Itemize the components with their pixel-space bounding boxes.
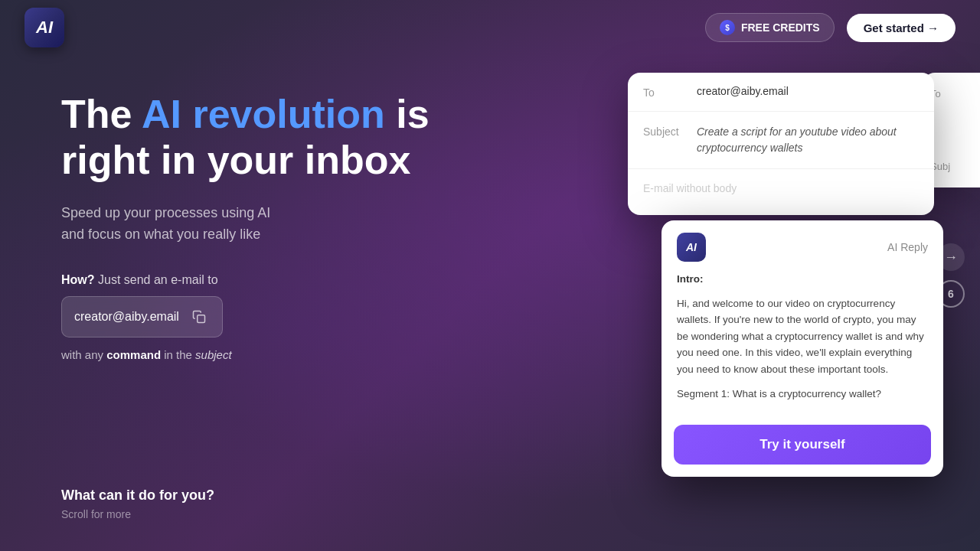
partial-to-label: To — [930, 88, 976, 99]
header: AI $ FREE CREDITS Get started → — [0, 0, 980, 55]
header-actions: $ FREE CREDITS Get started → — [705, 13, 956, 42]
copy-icon[interactable] — [188, 306, 210, 328]
free-credits-button[interactable]: $ FREE CREDITS — [705, 13, 835, 42]
ai-reply-card: AI AI Reply Intro: Hi, and welcome to ou… — [662, 220, 943, 477]
coin-icon: $ — [720, 20, 735, 35]
ai-content-text: Hi, and welcome to our video on cryptocu… — [677, 295, 928, 378]
get-started-button[interactable]: Get started → — [847, 14, 956, 42]
compose-to-label: To — [643, 85, 697, 99]
ai-intro-label: Intro: — [677, 271, 928, 288]
get-started-label: Get started → — [864, 21, 939, 34]
compose-body-placeholder: E-mail without body — [643, 182, 737, 194]
hero-title-part1: The — [61, 92, 142, 136]
nav-controls: → 6 — [937, 243, 965, 308]
compose-subject-row: Subject Create a script for an youtube v… — [628, 112, 934, 169]
ai-reply-content: Intro: Hi, and welcome to our video on c… — [662, 271, 943, 422]
hero-section: The AI revolution isright in your inbox … — [61, 92, 430, 361]
compose-subject-label: Subject — [643, 124, 697, 138]
try-it-yourself-button[interactable]: Try it yourself — [674, 425, 931, 465]
email-box: creator@aiby.email — [61, 296, 223, 337]
bottom-section: What can it do for you? Scroll for more — [61, 487, 214, 520]
compose-subject-value: Create a script for an youtube video abo… — [697, 124, 919, 156]
how-description: Just send an e-mail to — [98, 273, 218, 286]
svg-rect-0 — [198, 315, 205, 323]
what-title: What can it do for you? — [61, 487, 214, 504]
how-section: How? Just send an e-mail to creator@aiby… — [61, 273, 430, 361]
how-label: How? Just send an e-mail to — [61, 273, 430, 287]
hero-title: The AI revolution isright in your inbox — [61, 92, 430, 184]
hero-subtitle-line1: Speed up your processes using AI — [61, 205, 270, 220]
scroll-text: Scroll for more — [61, 508, 214, 520]
compose-to-row: To creator@aiby.email — [628, 73, 934, 112]
partial-subject-label: Subj — [930, 161, 976, 172]
ai-reply-label: AI Reply — [887, 241, 928, 253]
step-indicator: 6 — [937, 280, 965, 308]
ai-avatar: AI — [677, 233, 706, 262]
email-text: creator@aiby.email — [74, 310, 179, 324]
hero-subtitle-line2: and focus on what you really like — [61, 227, 260, 242]
with-text: with any command in the subject — [61, 348, 430, 361]
compose-body-row[interactable]: E-mail without body — [628, 169, 934, 215]
free-credits-label: FREE CREDITS — [741, 21, 820, 34]
ai-reply-header: AI AI Reply — [662, 220, 943, 271]
logo: AI — [24, 8, 64, 47]
ai-segment-label: Segment 1: What is a cryptocurrency wall… — [677, 386, 928, 403]
hero-subtitle: Speed up your processes using AI and foc… — [61, 202, 430, 246]
how-bold: How? — [61, 273, 95, 286]
next-arrow[interactable]: → — [937, 243, 965, 271]
compose-to-value: creator@aiby.email — [697, 85, 919, 97]
email-compose-card: To creator@aiby.email Subject Create a s… — [628, 73, 934, 215]
hero-title-highlight: AI revolution — [142, 92, 385, 136]
